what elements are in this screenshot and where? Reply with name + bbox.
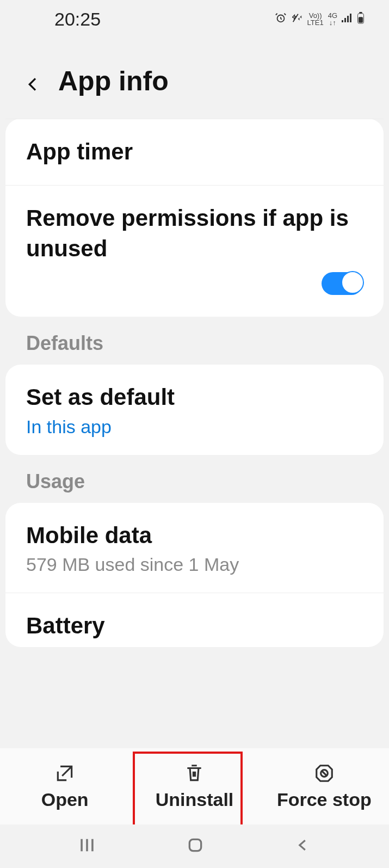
row-remove-permissions[interactable]: Remove permissions if app is unused: [5, 186, 384, 317]
uninstall-button[interactable]: Uninstall: [129, 748, 259, 824]
svg-rect-2: [344, 18, 346, 22]
status-time: 20:25: [54, 9, 101, 30]
home-icon[interactable]: [187, 836, 204, 856]
data-label: 4G ↓↑: [328, 12, 337, 26]
row-sub: In this app: [26, 416, 363, 438]
signal-icon: [342, 14, 353, 25]
alarm-icon: [275, 12, 287, 27]
row-title: Battery: [26, 611, 363, 642]
card-usage-controls: App timer Remove permissions if app is u…: [5, 119, 384, 317]
trash-icon: [184, 763, 205, 784]
section-usage: Usage: [0, 455, 389, 503]
status-icons: Vo)) LTE1 4G ↓↑: [275, 12, 365, 27]
svg-rect-1: [342, 20, 343, 22]
svg-rect-4: [350, 14, 351, 22]
svg-rect-9: [190, 839, 201, 851]
button-label: Force stop: [277, 789, 372, 810]
force-stop-button[interactable]: Force stop: [260, 748, 389, 824]
button-label: Uninstall: [156, 789, 234, 810]
row-sub: 579 MB used since 1 May: [26, 554, 363, 575]
row-title: Set as default: [26, 382, 363, 413]
toggle-knob: [341, 271, 364, 294]
svg-rect-7: [359, 17, 363, 23]
row-battery[interactable]: Battery: [5, 593, 384, 647]
header: App info: [0, 38, 389, 119]
svg-rect-3: [347, 16, 349, 22]
row-set-as-default[interactable]: Set as default In this app: [5, 365, 384, 455]
open-icon: [54, 763, 75, 784]
row-title: Mobile data: [26, 520, 363, 551]
toggle-switch[interactable]: [322, 272, 363, 295]
row-title: App timer: [26, 137, 363, 168]
network-label: Vo)) LTE1: [307, 12, 324, 26]
status-bar: 20:25 Vo)) LTE1 4G ↓↑: [0, 0, 389, 38]
row-app-timer[interactable]: App timer: [5, 119, 384, 186]
row-mobile-data[interactable]: Mobile data 579 MB used since 1 May: [5, 503, 384, 594]
section-defaults: Defaults: [0, 317, 389, 365]
card-defaults: Set as default In this app: [5, 365, 384, 455]
recents-icon[interactable]: [78, 836, 96, 857]
page-title: App info: [58, 65, 169, 97]
button-label: Open: [41, 789, 89, 810]
row-title: Remove permissions if app is unused: [26, 203, 363, 264]
stop-icon: [314, 763, 335, 784]
back-nav-icon[interactable]: [295, 837, 311, 855]
open-button[interactable]: Open: [0, 748, 129, 824]
bottom-action-bar: Open Uninstall Force stop: [0, 748, 389, 824]
battery-icon: [357, 12, 365, 27]
nav-bar: [0, 824, 389, 868]
card-usage: Mobile data 579 MB used since 1 May Batt…: [5, 503, 384, 647]
back-icon[interactable]: [24, 73, 41, 89]
vibrate-icon: [291, 12, 303, 27]
